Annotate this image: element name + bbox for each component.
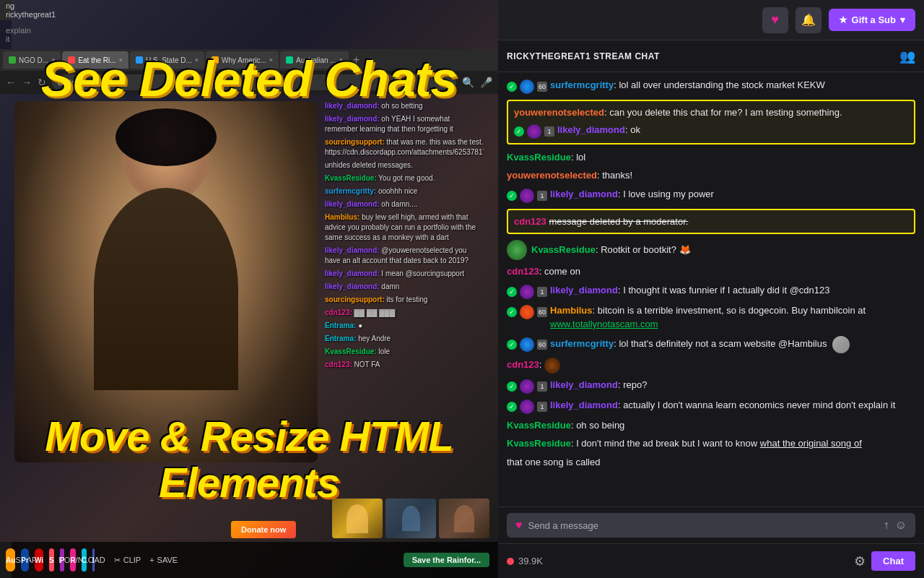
username-youwerenotselected-2[interactable]: youwerenotselected <box>507 170 597 181</box>
taskbar-r[interactable]: R <box>70 548 75 571</box>
msg-text-9: come on <box>544 266 580 277</box>
url-text: explain it <box>6 26 31 43</box>
taskbar-p-label: P <box>60 556 65 564</box>
badge-verified-ld2: ✓ <box>507 191 517 201</box>
taskbar-wi-label: Wi <box>35 556 43 564</box>
chat-user-icon[interactable]: 👥 <box>899 48 915 64</box>
live-dot <box>507 558 514 565</box>
vchat-msg-14: Entrama: ● <box>325 321 484 331</box>
username-cdn123-1[interactable]: cdn123 <box>507 266 539 277</box>
badge-verified: ✓ <box>507 82 517 92</box>
save-button[interactable]: + SAVE <box>149 556 178 564</box>
msg-text-17b: what the original song of <box>760 438 862 449</box>
badge-num-ld4: 1 <box>537 381 547 392</box>
badge-verified-ld5: ✓ <box>507 402 517 412</box>
taskbar-c[interactable]: C <box>82 548 87 571</box>
badge-verified-ld1: ✓ <box>514 126 524 137</box>
taskbar-au-label: Au <box>6 556 15 564</box>
vchat-msg-4: unhides deleted messages. <box>325 160 484 171</box>
taskbar-wi[interactable]: Wi <box>35 548 43 571</box>
settings-icon[interactable]: ⚙ <box>854 553 866 569</box>
msg-text-1: lol all over understanding the stock mar… <box>619 79 824 90</box>
chat-msg-surfermcgritty-2: ✓ 60 surfermcgritty: lol that's definite… <box>507 336 915 353</box>
username-cdn123-2[interactable]: cdn123 <box>507 359 539 370</box>
donate-button[interactable]: Donate now <box>231 521 296 538</box>
username-kvassresidue-4[interactable]: KvassResidue <box>507 438 571 449</box>
chat-msg-kvassresidue-3: KvassResidue: oh so being <box>507 418 915 433</box>
chat-msg-hambilus-1: ✓ 60 Hambilus: bitcoin is a terrible inv… <box>507 303 915 332</box>
username-surfermcgritty-2[interactable]: surfermcgritty <box>550 338 614 349</box>
vchat-msg-3: sourcingsupport: that was me. this was t… <box>325 137 484 158</box>
deleted-message-box: cdn123 message deleted by a moderator. <box>507 209 915 235</box>
avatar-ld2 <box>520 189 534 203</box>
hambilus-link[interactable]: www.totallynotascam.com <box>550 319 658 329</box>
taskbar-pr-label: Pr <box>21 556 29 564</box>
chat-input-placeholder[interactable]: Send a message <box>528 520 878 531</box>
chat-msg-surfermcgritty-1: ✓ 60 surfermcgritty: lol all over unders… <box>507 78 915 94</box>
chat-msg-youwerenotselected-2: youwerenotselected: thanks! <box>507 168 915 183</box>
username-ld-1[interactable]: likely_diamond <box>557 124 625 135</box>
msg-text-10: I thought it was funnier if I actually d… <box>623 285 829 296</box>
vchat-msg-15: Entrama: hey Andre <box>325 334 484 344</box>
window-title-text: ng rickythegreat1 <box>6 1 56 19</box>
window-title-bar: ng rickythegreat1 <box>0 0 12 20</box>
chat-send-icon[interactable]: ↑ <box>884 519 889 532</box>
username-cdn123-del[interactable]: cdn123 <box>514 216 546 227</box>
vchat-msg-17: cdn123: NOT FA <box>325 360 484 370</box>
gift-sub-button[interactable]: ★ Gift a Sub ▾ <box>829 9 915 31</box>
chat-emote-icon[interactable]: ☺ <box>895 519 907 532</box>
clip-label: CLIP <box>123 556 141 564</box>
chat-messages: ✓ 60 surfermcgritty: lol all over unders… <box>498 72 924 506</box>
chat-msg-cdn123-deleted: cdn123 message deleted by a moderator. <box>514 215 908 229</box>
vchat-msg-11: likely_diamond: damn <box>325 282 484 292</box>
username-kvassresidue-2[interactable]: KvassResidue <box>531 244 596 255</box>
avatar-ld1 <box>527 124 541 139</box>
msg-colon13: : <box>539 359 544 370</box>
gift-sub-label: Gift a Sub <box>852 14 896 25</box>
chat-msg-kvassresidue-1: KvassResidue: lol <box>507 150 915 165</box>
vchat-msg-9: likely_diamond: @youwerenotselected you … <box>325 246 484 266</box>
video-stream <box>14 101 318 462</box>
username-kvassresidue-3[interactable]: KvassResidue <box>507 420 571 431</box>
taskbar-p[interactable]: P <box>60 548 65 571</box>
overlay-top: See Deleted Chats <box>0 52 498 106</box>
username-ld-3[interactable]: likely_diamond <box>550 285 618 296</box>
username-ld-5[interactable]: likely_diamond <box>550 400 618 410</box>
taskbar-au[interactable]: Au <box>6 548 15 571</box>
msg-text-17c: that one song is called <box>507 457 600 467</box>
chat-title-bar: RICKYTHEGREAT1 STREAM CHAT 👥 <box>498 40 924 72</box>
taskbar-i[interactable]: I <box>92 548 95 571</box>
username-ld-2[interactable]: likely_diamond <box>550 189 618 199</box>
chat-msg-likely-diamond-2: ✓ 1 likely_diamond: I love using my powe… <box>507 187 915 203</box>
chat-msg-cdn123-2: cdn123: <box>507 358 915 374</box>
chat-button[interactable]: Chat <box>871 551 915 571</box>
badge-verified-sm2: ✓ <box>507 340 517 350</box>
username-surfermcgritty[interactable]: surfermcgritty <box>550 79 614 90</box>
vchat-msg-10: likely_diamond: I mean @sourcingsupport <box>325 269 484 279</box>
save-rainforest-button[interactable]: Save the Rainfor... <box>404 553 489 567</box>
avatar-kvass-2 <box>507 240 527 260</box>
highlighted-message-box: youwerenotselected: can you delete this … <box>507 100 915 144</box>
save-label: SAVE <box>157 556 178 564</box>
username-hambilus[interactable]: Hambilus <box>550 305 593 316</box>
username-youwerenotselected-1[interactable]: youwerenotselected <box>514 107 604 118</box>
taskbar-i-label: I <box>92 556 95 564</box>
username-ld-4[interactable]: likely_diamond <box>550 379 618 390</box>
heart-button[interactable]: ♥ <box>762 7 788 33</box>
overlay-bottom: Move & Resize HTML Elements <box>0 413 498 506</box>
taskbar-pr[interactable]: Pr <box>21 548 29 571</box>
bell-icon: 🔔 <box>801 13 816 27</box>
clip-button[interactable]: ✂ CLIP <box>114 556 141 565</box>
taskbar-s[interactable]: S <box>49 548 54 571</box>
vchat-msg-6: surfermcgritty: ooohhh nice <box>325 186 484 197</box>
avatar-ld5 <box>520 400 534 414</box>
badge-verified-ld4: ✓ <box>507 381 517 392</box>
username-kvassresidue-1[interactable]: KvassResidue <box>507 152 571 163</box>
bell-button[interactable]: 🔔 <box>796 7 821 33</box>
msg-colon11: : <box>593 305 598 316</box>
msg-text-4: lol <box>576 152 585 163</box>
cdn123-emote <box>544 358 560 374</box>
chat-input-box[interactable]: ♥ Send a message ↑ ☺ <box>507 513 915 538</box>
viewer-count-text: 39.9K <box>518 556 543 566</box>
taskbar-s-label: S <box>49 556 54 564</box>
